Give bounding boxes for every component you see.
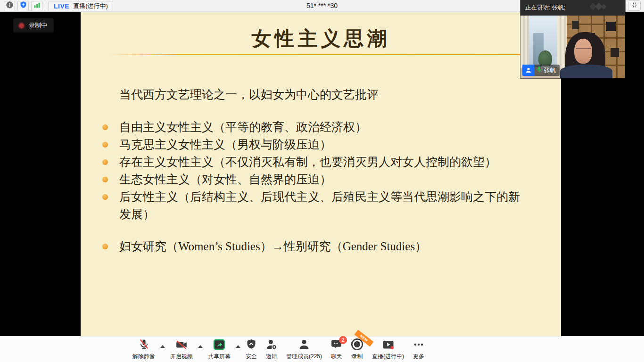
bullet-text: 妇女研究（Women’s Studies）→性别研究（Gender Studie…	[119, 240, 427, 253]
profile-person-icon	[522, 65, 534, 76]
record-dot-icon	[18, 22, 25, 29]
manage-members-button[interactable]: 管理成员(225)	[282, 337, 326, 362]
security-button[interactable]: 安全	[241, 337, 261, 362]
share-screen-button[interactable]: 共享屏幕	[204, 337, 235, 362]
speaker-video[interactable]: 张帆	[520, 16, 625, 78]
exit-fullscreen-button[interactable]	[628, 0, 641, 11]
speaker-video-panel[interactable]: 正在讲话: 张帆;	[520, 0, 625, 78]
meeting-app-window: LIVE 直播(进行中) 51* *** *30 女性主义思潮 当代西方文艺理论…	[0, 0, 644, 362]
bullet-item: 生态女性主义（对女性、自然界的压迫）	[81, 171, 545, 188]
exit-fullscreen-icon	[631, 1, 638, 10]
meeting-info-button[interactable]	[4, 1, 15, 11]
toolbar-item-label: 更多	[413, 353, 424, 361]
chat-button[interactable]: 2 聊天	[326, 337, 347, 362]
network-quality-button[interactable]	[31, 1, 42, 11]
live-tv-icon	[382, 338, 395, 353]
bullet-item: 存在主义女性主义（不仅消灭私有制，也要消灭男人对女人控制的欲望）	[81, 153, 545, 171]
bullet-dot	[102, 244, 108, 249]
speaking-now-label: 正在讲话: 张帆;	[525, 4, 565, 12]
toolbar-item-label: 安全	[246, 353, 257, 361]
speaker-name-tag: 张帆	[522, 65, 560, 76]
share-options-arrow[interactable]	[235, 337, 241, 362]
toolbar-item-label: 邀请	[266, 353, 277, 361]
mic-active-icon	[537, 66, 542, 74]
bullet-text: 马克思主义女性主义（男权与阶级压迫）	[119, 138, 331, 151]
bullet-dot	[102, 159, 108, 165]
toolbar-item-label: 共享屏幕	[208, 353, 231, 361]
bullet-text: 自由主义女性主义（平等的教育、政治经济权）	[119, 121, 367, 133]
bullet-item: 马克思主义女性主义（男权与阶级压迫）	[81, 136, 545, 153]
bullet-item: 后女性主义（后结构主义、后现代主义、后殖民主义等当代思潮影响之下的新发展）	[81, 188, 540, 223]
title-divider-line	[111, 54, 561, 55]
live-status-indicator[interactable]: LIVE 直播(进行中)	[49, 1, 113, 11]
members-icon	[298, 338, 310, 353]
recording-indicator: 录制中	[13, 18, 54, 33]
live-stream-button[interactable]: 直播(进行中)	[368, 337, 408, 362]
slide-bullet-list: 自由主义女性主义（平等的教育、政治经济权） 马克思主义女性主义（男权与阶级压迫）…	[81, 118, 545, 223]
bullet-dot	[102, 177, 108, 182]
bullet-item: 自由主义女性主义（平等的教育、政治经济权）	[81, 118, 545, 136]
presentation-slide: 女性主义思潮 当代西方文艺理论之一，以妇女为中心的文艺批评 自由主义女性主义（平…	[81, 12, 561, 336]
recording-label: 录制中	[29, 21, 47, 30]
toolbar-item-label: 解除静音	[132, 353, 155, 361]
share-screen-icon	[213, 339, 225, 352]
toolbar-item-label: 开启视频	[170, 353, 193, 361]
bullet-text: 存在主义女性主义（不仅消灭私有制，也要消灭男人对女人控制的欲望）	[119, 156, 496, 168]
shield-icon	[19, 1, 27, 11]
bullet-dot	[102, 194, 108, 200]
toolbar-item-label: 聊天	[331, 353, 342, 361]
speaker-panel-header: 正在讲话: 张帆;	[520, 0, 625, 16]
invite-user-icon	[265, 338, 278, 353]
slide-intro-text: 当代西方文艺理论之一，以妇女为中心的文艺批评	[119, 87, 544, 102]
live-badge: LIVE	[54, 2, 69, 10]
more-button[interactable]: 更多	[408, 337, 429, 362]
signal-bars-icon	[33, 1, 41, 11]
chat-unread-badge: 2	[339, 336, 347, 344]
speaker-name-label: 张帆	[544, 66, 556, 74]
slide-title: 女性主义思潮	[81, 25, 561, 52]
toolbar-item-label: 直播(进行中)	[372, 353, 404, 361]
toolbar-item-label: 录制	[352, 353, 363, 361]
record-button[interactable]: NEW 录制	[347, 337, 368, 362]
meeting-security-button[interactable]	[17, 1, 29, 11]
bullet-dot	[102, 142, 108, 148]
unmute-button[interactable]: 解除静音	[128, 337, 159, 362]
info-icon	[6, 1, 14, 11]
start-video-button[interactable]: 开启视频	[166, 337, 197, 362]
more-dots-icon	[413, 338, 425, 353]
bullet-text: 后女性主义（后结构主义、后现代主义、后殖民主义等当代思潮影响之下的新发展）	[119, 190, 520, 221]
bullet-text: 生态女性主义（对女性、自然界的压迫）	[119, 173, 331, 186]
invite-button[interactable]: 邀请	[261, 337, 282, 362]
video-options-arrow[interactable]	[197, 337, 204, 362]
security-shield-icon	[246, 338, 257, 352]
bullet-item: 妇女研究（Women’s Studies）→性别研究（Gender Studie…	[81, 238, 545, 255]
camera-off-icon	[175, 338, 188, 353]
live-status-label: 直播(进行中)	[73, 2, 108, 10]
meeting-toolbar: 解除静音 开启视频 共享屏幕 安全	[0, 336, 644, 362]
toolbar-item-label: 管理成员(225)	[286, 353, 322, 361]
bullet-dot	[102, 124, 108, 130]
mic-options-arrow[interactable]	[159, 337, 166, 362]
meeting-logo-watermark	[585, 1, 609, 16]
mic-muted-icon	[138, 338, 150, 352]
